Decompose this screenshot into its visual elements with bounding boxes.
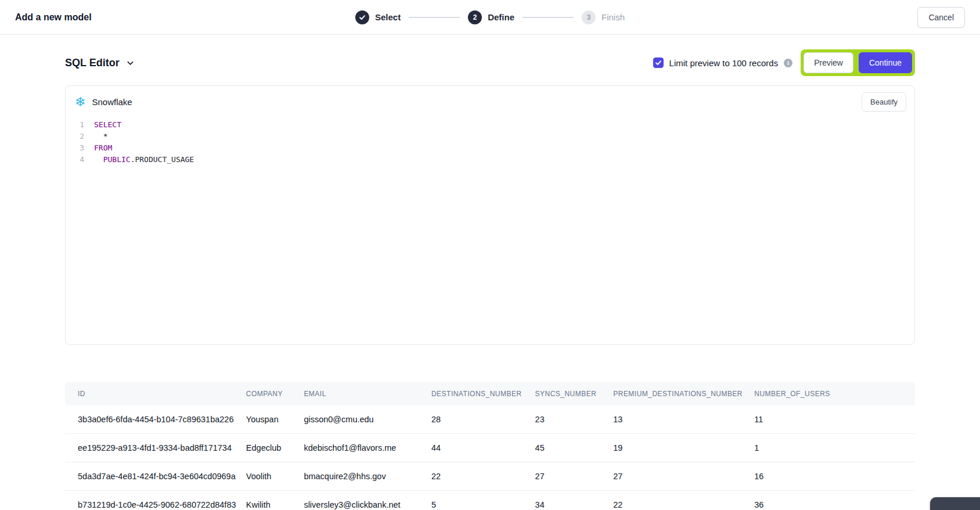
column-header: PREMIUM_DESTINATIONS_NUMBER bbox=[613, 382, 754, 405]
code-line: 4 PUBLIC.PRODUCT_USAGE bbox=[66, 154, 914, 166]
table-cell: Voolith bbox=[246, 462, 304, 491]
page-title: Add a new model bbox=[15, 12, 92, 23]
line-number: 4 bbox=[66, 154, 84, 166]
table-cell: 27 bbox=[613, 462, 754, 491]
editor-toolbar: SQL Editor Limit preview to 100 records … bbox=[65, 49, 915, 77]
table-cell: bmacquire2@hhs.gov bbox=[304, 462, 431, 491]
line-number: 1 bbox=[66, 119, 84, 131]
table-cell: 36 bbox=[754, 491, 915, 510]
table-cell: 44 bbox=[431, 434, 535, 462]
table-cell: 3b3a0ef6-6fda-4454-b104-7c89631ba226 bbox=[65, 405, 246, 434]
step-number: 3 bbox=[582, 10, 596, 24]
table-cell: 23 bbox=[535, 405, 614, 434]
table-cell: 5da3d7ae-4e81-424f-bc94-3e604cd0969a bbox=[65, 462, 246, 491]
column-header: COMPANY bbox=[246, 382, 304, 405]
table-cell: Kwilith bbox=[246, 491, 304, 510]
step-label: Define bbox=[488, 12, 514, 22]
step-finish: 3Finish bbox=[582, 10, 625, 24]
code-text: * bbox=[94, 131, 107, 142]
info-icon[interactable]: i bbox=[784, 59, 792, 67]
table-header-row: IDCOMPANYEMAILDESTINATIONS_NUMBERSYNCS_N… bbox=[65, 382, 915, 405]
code-text: SELECT bbox=[94, 119, 121, 131]
line-number: 3 bbox=[66, 142, 84, 154]
sql-editor-card: ❄ Snowflake Beautify 1SELECT2 *3FROM4 PU… bbox=[65, 85, 915, 345]
column-header: EMAIL bbox=[304, 382, 431, 405]
table-cell: 45 bbox=[535, 434, 614, 462]
table-cell: sliversley3@clickbank.net bbox=[304, 491, 431, 510]
column-header: ID bbox=[65, 382, 246, 405]
table-row: 3b3a0ef6-6fda-4454-b104-7c89631ba226Yous… bbox=[65, 405, 915, 434]
preview-results: IDCOMPANYEMAILDESTINATIONS_NUMBERSYNCS_N… bbox=[65, 382, 915, 510]
table-cell: 11 bbox=[754, 405, 915, 434]
limit-preview-checkbox[interactable] bbox=[653, 58, 664, 68]
table-cell: Youspan bbox=[246, 405, 304, 434]
results-table: IDCOMPANYEMAILDESTINATIONS_NUMBERSYNCS_N… bbox=[65, 382, 915, 510]
limit-preview-group: Limit preview to 100 records i bbox=[653, 58, 793, 68]
table-cell: b731219d-1c0e-4425-9062-680722d84f83 bbox=[65, 491, 246, 510]
source-name: Snowflake bbox=[92, 97, 132, 107]
editor-type-dropdown[interactable]: SQL Editor bbox=[65, 57, 135, 69]
limit-preview-label: Limit preview to 100 records bbox=[669, 58, 779, 68]
annotation-highlight-box: Preview Continue bbox=[801, 49, 915, 76]
table-row: b731219d-1c0e-4425-9062-680722d84f83Kwil… bbox=[65, 491, 915, 510]
editor-header: ❄ Snowflake Beautify bbox=[66, 86, 914, 117]
preview-button[interactable]: Preview bbox=[804, 52, 853, 73]
toolbar-actions: Limit preview to 100 records i Preview C… bbox=[653, 49, 915, 76]
table-row: 5da3d7ae-4e81-424f-bc94-3e604cd0969aVool… bbox=[65, 462, 915, 491]
table-cell: kdebischof1@flavors.me bbox=[304, 434, 431, 462]
table-cell: 1 bbox=[754, 434, 915, 462]
table-cell: 13 bbox=[613, 405, 754, 434]
table-cell: 28 bbox=[431, 405, 535, 434]
code-line: 2 * bbox=[66, 131, 914, 142]
column-header: NUMBER_OF_USERS bbox=[754, 382, 915, 405]
code-area[interactable]: 1SELECT2 *3FROM4 PUBLIC.PRODUCT_USAGE bbox=[66, 117, 914, 166]
step-number: 2 bbox=[468, 10, 482, 24]
table-cell: 5 bbox=[431, 491, 535, 510]
code-line: 1SELECT bbox=[66, 119, 914, 131]
chat-widget[interactable] bbox=[930, 497, 980, 510]
table-cell: 16 bbox=[754, 462, 915, 491]
snowflake-icon: ❄ bbox=[75, 96, 85, 109]
table-cell: 19 bbox=[613, 434, 754, 462]
continue-button[interactable]: Continue bbox=[859, 52, 912, 73]
table-cell: 22 bbox=[431, 462, 535, 491]
beautify-button[interactable]: Beautify bbox=[862, 92, 906, 112]
step-label: Select bbox=[375, 12, 401, 22]
table-cell: 27 bbox=[535, 462, 614, 491]
code-text: FROM bbox=[94, 142, 112, 154]
step-label: Finish bbox=[601, 12, 625, 22]
table-row: ee195229-a913-4fd1-9334-bad8ff171734Edge… bbox=[65, 434, 915, 462]
code-text: PUBLIC.PRODUCT_USAGE bbox=[94, 154, 194, 166]
step-check-icon bbox=[355, 10, 369, 24]
step-define: 2Define bbox=[468, 10, 514, 24]
editor-type-label: SQL Editor bbox=[65, 57, 120, 69]
code-line: 3FROM bbox=[66, 142, 914, 154]
table-cell: 22 bbox=[613, 491, 754, 510]
table-cell: Edgeclub bbox=[246, 434, 304, 462]
chevron-down-icon bbox=[126, 59, 135, 67]
table-cell: gisson0@cmu.edu bbox=[304, 405, 431, 434]
column-header: SYNCS_NUMBER bbox=[535, 382, 614, 405]
top-bar: Add a new model Select2Define3Finish Can… bbox=[0, 0, 980, 35]
source-info: ❄ Snowflake bbox=[75, 96, 132, 109]
cancel-button[interactable]: Cancel bbox=[917, 7, 965, 28]
table-cell: ee195229-a913-4fd1-9334-bad8ff171734 bbox=[65, 434, 246, 462]
column-header: DESTINATIONS_NUMBER bbox=[431, 382, 535, 405]
table-body: 3b3a0ef6-6fda-4454-b104-7c89631ba226Yous… bbox=[65, 405, 915, 510]
table-cell: 34 bbox=[535, 491, 614, 510]
step-connector bbox=[409, 17, 460, 18]
step-connector bbox=[523, 17, 574, 18]
step-select: Select bbox=[355, 10, 401, 24]
line-number: 2 bbox=[66, 131, 84, 142]
stepper: Select2Define3Finish bbox=[355, 10, 625, 24]
